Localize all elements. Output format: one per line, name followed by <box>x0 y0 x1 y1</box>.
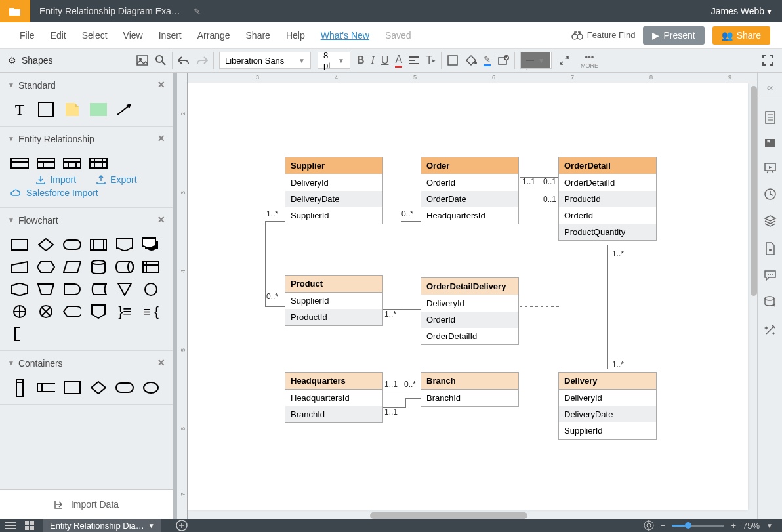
underline-icon[interactable]: U <box>381 54 389 66</box>
cont-1[interactable] <box>10 380 29 395</box>
line-options-icon[interactable] <box>558 54 570 66</box>
shape-rect[interactable] <box>37 102 55 117</box>
add-page-icon[interactable] <box>176 520 188 531</box>
entity-branch[interactable]: Branch BranchId <box>421 372 519 407</box>
entity-order-detail-delivery[interactable]: OrderDetailDelivery DeliveryId OrderId O… <box>421 277 519 345</box>
document-title[interactable]: Entity Relationship Diagram Exa… <box>30 6 190 16</box>
align-icon[interactable] <box>409 56 419 65</box>
section-standard-header[interactable]: ▼Standard× <box>0 73 173 97</box>
close-icon[interactable]: × <box>157 132 165 146</box>
close-icon[interactable]: × <box>157 213 165 227</box>
shapes-panel-toggle[interactable]: ⚙ Shapes <box>0 55 131 66</box>
share-button[interactable]: 👥Share <box>712 26 770 45</box>
shape-icon[interactable] <box>447 54 459 66</box>
feature-find[interactable]: Feature Find <box>571 30 636 40</box>
shape-arrow[interactable] <box>115 102 134 117</box>
canvas[interactable]: 1..* 0..* 1..* 0..* 1..1 0..1 0..1 1..* … <box>188 83 748 510</box>
section-er-header[interactable]: ▼Entity Relationship× <box>0 127 173 151</box>
text-color-icon[interactable]: A <box>395 54 402 68</box>
zoom-in-icon[interactable]: + <box>731 521 736 531</box>
fc-diamond[interactable] <box>37 237 55 252</box>
menu-file[interactable]: File <box>12 30 43 41</box>
wand-icon[interactable] <box>764 323 777 337</box>
menu-arrange[interactable]: Arrange <box>190 30 238 41</box>
fc-multidoc[interactable] <box>142 237 160 252</box>
fc-rect[interactable] <box>10 237 29 252</box>
grid-view-icon[interactable] <box>25 521 34 530</box>
fc-sum[interactable] <box>37 304 55 319</box>
bold-icon[interactable]: B <box>357 54 365 66</box>
italic-icon[interactable]: I <box>371 54 375 66</box>
present-button[interactable]: ▶ Present <box>643 26 704 45</box>
fc-offpage[interactable] <box>89 304 108 319</box>
fc-connector[interactable] <box>142 282 160 297</box>
fc-terminator[interactable] <box>63 237 81 252</box>
comment-icon[interactable] <box>764 270 777 281</box>
doc-icon[interactable] <box>764 111 776 124</box>
shape-er-3[interactable] <box>63 156 81 171</box>
fc-brace[interactable]: }≡ <box>115 304 134 319</box>
close-icon[interactable]: × <box>157 356 165 370</box>
user-menu[interactable]: James Webb ▾ <box>701 6 782 16</box>
redo-icon[interactable] <box>196 56 208 65</box>
zoom-out-icon[interactable]: − <box>661 521 666 531</box>
entity-delivery[interactable]: Delivery DeliveryId DeliveryDate Supplie… <box>558 372 657 440</box>
shape-note[interactable] <box>63 102 81 117</box>
menu-whats-new[interactable]: What's New <box>313 30 377 41</box>
fc-annot[interactable] <box>10 327 29 341</box>
shape-options-icon[interactable] <box>497 54 509 66</box>
shape-block[interactable] <box>89 102 108 117</box>
cont-5[interactable] <box>115 380 134 395</box>
image-icon[interactable] <box>136 55 148 66</box>
pencil-icon[interactable]: ✎ <box>194 7 201 16</box>
folder-icon[interactable] <box>0 0 30 22</box>
scrollbar-horizontal[interactable] <box>370 512 527 519</box>
font-select[interactable]: Liberation Sans▼ <box>219 52 311 69</box>
entity-supplier[interactable]: Supplier DeliveryId DeliveryDate Supplie… <box>285 157 383 224</box>
entity-headquarters[interactable]: Headquarters HeadquartersId BranchId <box>285 372 383 423</box>
shape-er-4[interactable] <box>89 156 108 171</box>
entity-product[interactable]: Product SupplierId ProductId <box>285 275 383 326</box>
fc-display[interactable] <box>63 304 81 319</box>
more-icon[interactable]: ••• <box>581 52 598 62</box>
page-icon[interactable] <box>765 242 775 255</box>
layers-icon[interactable] <box>764 215 777 228</box>
fc-internal[interactable] <box>142 260 160 274</box>
entity-order-detail[interactable]: OrderDetail OrderDetailId ProductId Orde… <box>558 157 657 241</box>
import-link[interactable]: Import <box>35 174 76 185</box>
font-size-select[interactable]: 8 pt▼ <box>318 52 350 69</box>
menu-view[interactable]: View <box>115 30 151 41</box>
page-tab[interactable]: Entity Relationship Dia… ▼ <box>43 519 161 532</box>
cont-4[interactable] <box>89 380 108 395</box>
fc-direct[interactable] <box>115 260 134 274</box>
shape-er-1[interactable] <box>10 156 29 171</box>
menu-select[interactable]: Select <box>74 30 115 41</box>
fc-note[interactable]: ≡ { <box>142 304 160 319</box>
text-format-icon[interactable]: T▸ <box>426 54 436 66</box>
fc-db[interactable] <box>89 260 108 274</box>
fc-stored[interactable] <box>89 282 108 297</box>
cont-2[interactable] <box>37 380 55 395</box>
fc-doc[interactable] <box>115 237 134 252</box>
shape-er-2[interactable] <box>37 156 55 171</box>
rail-collapse-icon[interactable]: ‹‹ <box>758 78 782 96</box>
menu-edit[interactable]: Edit <box>43 30 74 41</box>
menu-help[interactable]: Help <box>278 30 313 41</box>
fc-tape[interactable] <box>10 282 29 297</box>
clock-icon[interactable] <box>764 188 776 200</box>
section-flowchart-header[interactable]: ▼Flowchart× <box>0 208 173 232</box>
fc-merge[interactable] <box>115 282 134 297</box>
fc-delay[interactable] <box>63 282 81 297</box>
search-icon[interactable] <box>155 54 167 66</box>
target-icon[interactable] <box>644 520 654 531</box>
list-view-icon[interactable] <box>5 521 16 530</box>
fc-manin[interactable] <box>10 260 29 274</box>
menu-insert[interactable]: Insert <box>151 30 190 41</box>
salesforce-import-link[interactable]: Salesforce Import <box>10 188 162 198</box>
scrollbar-vertical[interactable] <box>751 86 757 296</box>
data-icon[interactable] <box>764 296 777 309</box>
fc-manop[interactable] <box>37 282 55 297</box>
section-containers-header[interactable]: ▼Containers× <box>0 351 173 375</box>
zoom-slider[interactable] <box>672 525 724 527</box>
entity-order[interactable]: Order OrderId OrderDate HeadquartersId <box>421 157 519 224</box>
